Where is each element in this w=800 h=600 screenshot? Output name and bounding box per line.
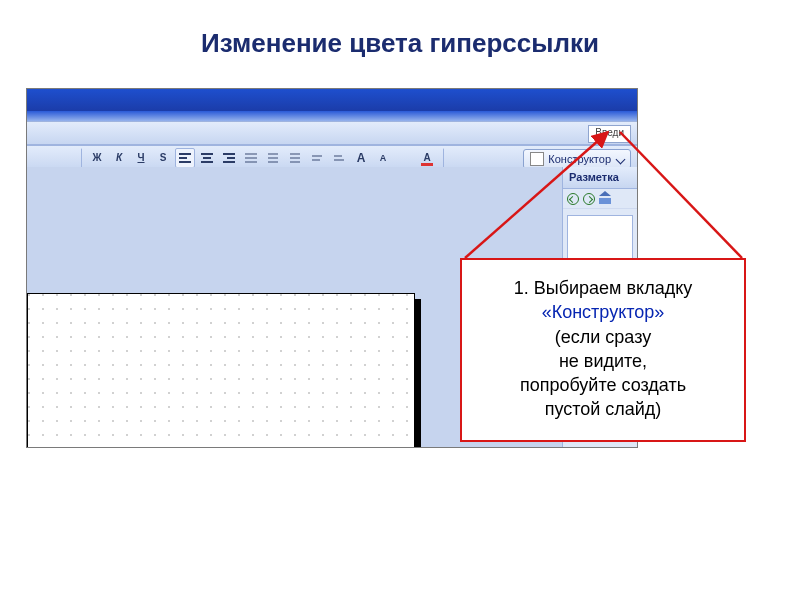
callout-text: Выбираем вкладку «Конструктор» (если сра… (474, 276, 732, 422)
bottom-whitespace (0, 534, 800, 600)
svg-line-1 (620, 132, 742, 258)
konstruktor-label: Конструктор (548, 153, 611, 165)
align-left-button[interactable] (175, 148, 195, 168)
help-search-box[interactable]: Введи (588, 125, 631, 143)
taskpane-title: Разметка (563, 167, 637, 189)
taskpane-nav-row (563, 189, 637, 209)
decrease-indent-button[interactable] (307, 148, 327, 168)
callout-lead: Выбираем вкладку (534, 278, 692, 298)
font-size-down-button[interactable]: A (373, 148, 393, 168)
page-title: Изменение цвета гиперссылки (0, 28, 800, 59)
callout-rest-2: не видите, (559, 351, 647, 371)
slide-canvas[interactable] (27, 293, 415, 448)
menubar-area (27, 111, 637, 121)
shadow-button[interactable]: S (153, 148, 173, 168)
align-center-button[interactable] (197, 148, 217, 168)
underline-button[interactable]: Ч (131, 148, 151, 168)
bold-button[interactable]: Ж (87, 148, 107, 168)
font-color-button[interactable]: A (417, 148, 437, 168)
instruction-callout: Выбираем вкладку «Конструктор» (если сра… (460, 258, 746, 442)
konstruktor-button[interactable]: Конструктор (523, 149, 631, 169)
placeholder-btn-2[interactable] (55, 148, 75, 168)
toolbar-separator (81, 148, 83, 168)
home-icon[interactable] (599, 194, 611, 204)
callout-rest-3: попробуйте создать (520, 375, 686, 395)
callout-highlight: «Конструктор» (542, 302, 665, 322)
placeholder-btn-1[interactable] (33, 148, 53, 168)
align-right-button[interactable] (219, 148, 239, 168)
back-icon[interactable] (567, 193, 579, 205)
callout-rest-1: (если сразу (555, 327, 651, 347)
forward-icon[interactable] (583, 193, 595, 205)
toolbar-separator-2 (443, 148, 445, 168)
callout-rest-4: пустой слайд) (545, 399, 662, 419)
italic-button[interactable]: К (109, 148, 129, 168)
align-justify-button[interactable] (241, 148, 261, 168)
increase-indent-button[interactable] (329, 148, 349, 168)
toolbar-row-1: Введи (27, 121, 637, 145)
misc-button[interactable] (395, 148, 415, 168)
font-color-letter: A (423, 153, 430, 163)
bullets-button[interactable] (285, 148, 305, 168)
window-titlebar (27, 89, 637, 111)
font-size-up-button[interactable]: A (351, 148, 371, 168)
numbering-button[interactable] (263, 148, 283, 168)
